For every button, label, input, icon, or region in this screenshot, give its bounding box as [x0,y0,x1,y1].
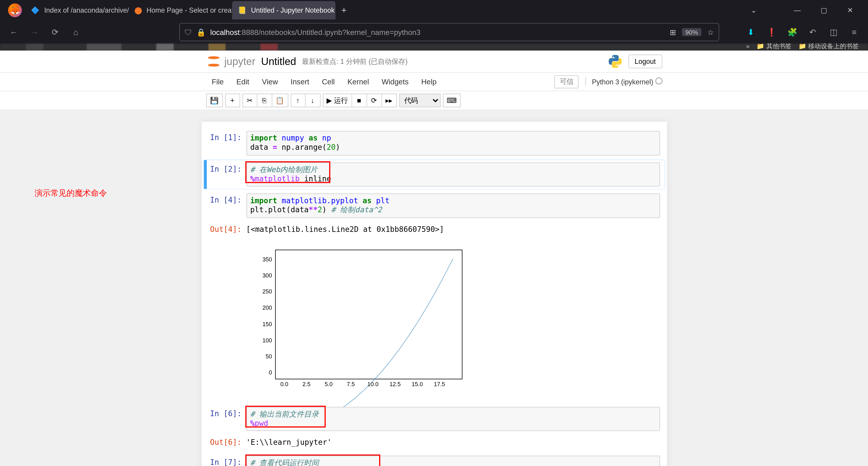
menu-widgets[interactable]: Widgets [376,75,414,89]
checkpoint-status: 最新检查点: 1 分钟前 (已自动保存) [302,57,408,66]
bookmarks-bar: » 📁 其他书签 📁 移动设备上的书签 [742,41,864,51]
favicon-icon: 🔷 [31,6,39,15]
code-cell-selected[interactable]: In [2]: # 在Web内绘制图片 %matplotlib inline [204,160,664,189]
output-cell: 0501001502002503003500.02.55.07.510.012.… [204,240,664,402]
output-cell: Out[4]: [<matplotlib.lines.Line2D at 0x1… [204,223,664,238]
menu-file[interactable]: File [206,75,229,89]
add-cell-button[interactable]: + [225,94,240,107]
menu-icon[interactable]: ≡ [845,23,863,41]
tab-title: Untitled - Jupyter Notebook [251,6,335,14]
jupyter-mark-icon [206,54,221,69]
bookmarks-folder[interactable]: 📁 其他书签 [756,41,792,50]
tab-anaconda[interactable]: 🔷 Index of /anaconda/archive/ × [25,1,129,20]
python-logo-icon [608,54,623,69]
code-input[interactable]: # 输出当前文件目录 %pwd [246,406,660,431]
tab-title: Index of /anaconda/archive/ [44,6,129,14]
reload-button[interactable]: ⟳ [46,23,64,41]
url-text: localhost:8888/notebooks/Untitled.ipynb?… [210,28,665,36]
copy-button[interactable]: ⎘ [257,94,272,107]
shield-icon: 🛡 [185,28,192,36]
logout-button[interactable]: Logout [628,55,662,68]
menu-view[interactable]: View [256,75,284,89]
menu-edit[interactable]: Edit [230,75,255,89]
paste-button[interactable]: 📋 [272,94,288,107]
save-button[interactable]: 💾 [206,94,223,107]
input-prompt: In [1]: [204,131,246,155]
overflow-icon[interactable]: » [746,42,750,49]
output-prompt: Out[4]: [204,223,246,236]
address-bar: ← → ⟳ ⌂ 🛡 🔒 localhost:8888/notebooks/Unt… [0,21,868,44]
extensions-icon[interactable]: 🧩 [783,23,801,41]
menubar: File Edit View Insert Cell Kernel Widget… [202,73,667,91]
restart-run-all-button[interactable]: ▸▸ [382,94,397,107]
warning-icon[interactable]: ❗ [762,23,781,41]
history-icon[interactable]: ↶ [804,23,822,41]
bookmarks-strip [0,43,868,51]
output-cell: Out[6]: 'E:\\learn_jupyter' [204,436,664,451]
close-window-button[interactable]: ✕ [837,1,864,20]
jupyter-header: jupyter Untitled 最新检查点: 1 分钟前 (已自动保存) Lo… [0,51,868,72]
external-annotation: 演示常见的魔术命令 [35,188,107,199]
run-button[interactable]: ▶ 运行 [322,94,352,107]
input-prompt: In [4]: [204,193,246,218]
input-prompt: In [6]: [204,406,246,431]
move-up-button[interactable]: ↑ [290,94,305,107]
code-input[interactable]: # 在Web内绘制图片 %matplotlib inline [246,162,660,187]
interrupt-button[interactable]: ■ [352,94,367,107]
url-input[interactable]: 🛡 🔒 localhost:8888/notebooks/Untitled.ip… [179,23,719,41]
output-prompt: Out[6]: [204,436,246,449]
matplotlib-plot: 0501001502002503003500.02.55.07.510.012.… [246,243,469,396]
cell-type-select[interactable]: 代码 [399,94,440,107]
bookmarks-folder[interactable]: 📁 移动设备上的书签 [799,41,859,50]
restart-button[interactable]: ⟳ [367,94,382,107]
home-button[interactable]: ⌂ [67,23,85,41]
tab-title: Home Page - Select or create [147,6,232,14]
menu-insert[interactable]: Insert [285,75,315,89]
move-down-button[interactable]: ↓ [305,94,320,107]
tab-notebook[interactable]: 📒 Untitled - Jupyter Notebook × [232,1,336,20]
sidebar-icon[interactable]: ◫ [825,23,843,41]
firefox-icon[interactable]: 🦊 [8,3,22,17]
menu-kernel[interactable]: Kernel [342,75,375,89]
notebook-name[interactable]: Untitled [261,55,296,67]
jupyter-brand: jupyter [224,55,255,67]
jupyter-logo[interactable]: jupyter [206,54,255,69]
code-input[interactable]: import numpy as np data = np.arange(20) [246,131,660,155]
kernel-indicator-icon [655,77,662,85]
maximize-button[interactable]: ▢ [811,1,837,20]
toolbar: 💾 + ✂ ⎘ 📋 ↑ ↓ ▶ 运行 ■ ⟳ ▸▸ 代码 ⌨ [202,91,667,109]
input-prompt: In [2]: [207,162,246,187]
browser-chrome: 🦊 🔷 Index of /anaconda/archive/ × ⬤ Home… [0,0,868,51]
lock-icon: 🔒 [196,28,206,36]
code-cell[interactable]: In [6]: # 输出当前文件目录 %pwd [204,404,664,433]
back-button[interactable]: ← [4,23,23,41]
zoom-badge[interactable]: 90% [682,28,702,36]
cut-button[interactable]: ✂ [242,94,257,107]
input-prompt: In [7]: [204,456,246,466]
code-cell[interactable]: In [7]: # 查看代码运行时间 %timeit [x**3 for x i… [204,453,664,466]
code-input[interactable]: # 查看代码运行时间 %timeit [x**3 for x in range(… [246,456,660,466]
notebook: In [1]: import numpy as np data = np.ara… [202,122,667,466]
chevron-down-icon[interactable]: ⌄ [740,1,767,20]
trusted-indicator[interactable]: 可信 [555,75,579,89]
output-text: 'E:\\learn_jupyter' [246,436,660,449]
new-tab-button[interactable]: + [336,5,352,15]
output-text: [<matplotlib.lines.Line2D at 0x1bb866075… [246,223,660,236]
kernel-name[interactable]: Python 3 (ipykernel) [592,78,653,86]
favicon-icon: 📒 [238,6,246,15]
tab-bar: 🦊 🔷 Index of /anaconda/archive/ × ⬤ Home… [0,0,868,21]
code-cell[interactable]: In [1]: import numpy as np data = np.ara… [204,129,664,158]
code-input[interactable]: import matplotlib.pyplot as plt plt.plot… [246,193,660,218]
translate-icon[interactable]: ⊞ [670,28,676,36]
code-cell[interactable]: In [4]: import matplotlib.pyplot as plt … [204,191,664,220]
page-content: 演示常见的魔术命令 jupyter Untitled 最新检查点: 1 分钟前 … [0,51,868,466]
download-icon[interactable]: ⬇ [742,23,760,41]
bookmark-star-icon[interactable]: ☆ [707,28,714,36]
forward-button[interactable]: → [25,23,43,41]
tab-homepage[interactable]: ⬤ Home Page - Select or create × [129,1,232,20]
menu-help[interactable]: Help [415,75,442,89]
favicon-icon: ⬤ [134,6,142,15]
command-palette-button[interactable]: ⌨ [442,94,460,107]
minimize-button[interactable]: — [784,1,811,20]
menu-cell[interactable]: Cell [316,75,341,89]
